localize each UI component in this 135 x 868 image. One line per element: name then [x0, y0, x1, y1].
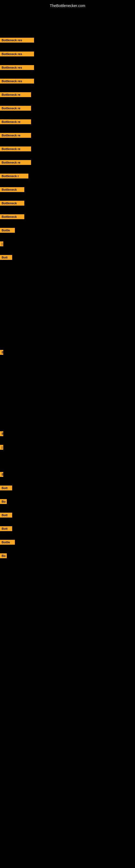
bottleneck-label-12: Bottleneck [0, 187, 24, 192]
bottleneck-label-8: Bottleneck re [0, 133, 31, 138]
bottleneck-label-6: Bottleneck re [0, 106, 31, 111]
bottleneck-label-7: Bottleneck re [0, 119, 31, 124]
bottleneck-label-23: Bo [0, 499, 7, 504]
bottleneck-label-27: Bo [0, 553, 7, 558]
bottleneck-label-18: B [0, 350, 3, 355]
bottleneck-label-17: Bott [0, 255, 12, 260]
site-title: TheBottlenecker.com [0, 1, 135, 10]
bottleneck-label-15: Bottle [0, 228, 15, 233]
bottleneck-label-13: Bottleneck [0, 201, 24, 206]
bottleneck-label-4: Bottleneck res [0, 79, 34, 84]
bottleneck-label-5: Bottleneck re [0, 92, 31, 97]
bottleneck-label-21: B [0, 472, 3, 477]
bottleneck-label-22: Bott [0, 486, 12, 490]
bottleneck-label-9: Bottleneck re [0, 147, 31, 151]
bottleneck-label-16: | [0, 241, 3, 246]
bottleneck-label-2: Bottleneck res [0, 52, 34, 56]
bottleneck-label-26: Bottle [0, 540, 15, 545]
bottleneck-label-10: Bottleneck re [0, 160, 31, 165]
bottleneck-label-3: Bottleneck res [0, 65, 34, 70]
bottleneck-label-20: | [0, 445, 3, 450]
bottleneck-label-24: Bott [0, 513, 12, 518]
bottleneck-label-19: B [0, 431, 3, 436]
bottleneck-label-11: Bottleneck r [0, 174, 28, 179]
bottleneck-label-1: Bottleneck res [0, 38, 34, 42]
bottleneck-label-14: Bottleneck [0, 214, 24, 219]
bottleneck-label-25: Bott [0, 526, 12, 531]
